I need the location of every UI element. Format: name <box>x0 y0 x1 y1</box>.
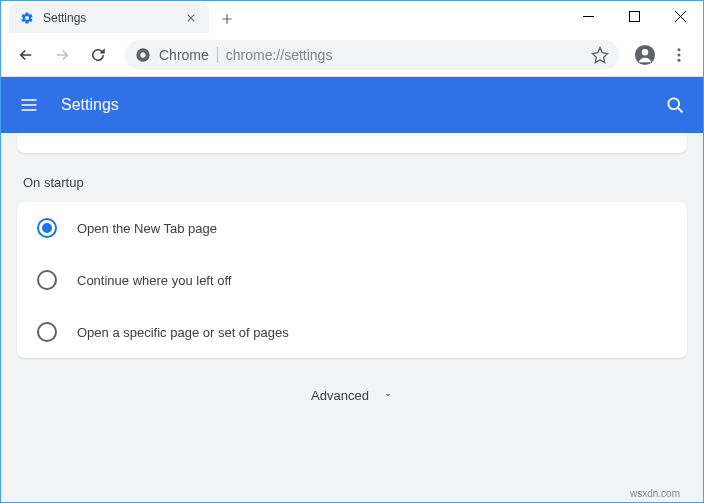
radio-label: Open the New Tab page <box>77 221 217 236</box>
section-heading: On startup <box>23 175 681 190</box>
advanced-toggle-button[interactable]: Advanced <box>1 388 703 403</box>
reload-button[interactable] <box>81 38 115 72</box>
settings-app-header: Settings <box>1 77 703 133</box>
omnibox-origin-label: Chrome <box>159 47 209 63</box>
gear-icon <box>19 10 35 26</box>
svg-point-2 <box>140 52 145 57</box>
radio-option-specific-pages[interactable]: Open a specific page or set of pages <box>17 306 687 358</box>
radio-label: Open a specific page or set of pages <box>77 325 289 340</box>
svg-point-6 <box>678 53 681 56</box>
address-bar[interactable]: Chrome chrome://settings <box>125 40 619 70</box>
minimize-button[interactable] <box>565 1 611 31</box>
hamburger-menu-icon[interactable] <box>17 93 41 117</box>
radio-button-icon <box>37 322 57 342</box>
forward-button[interactable] <box>45 38 79 72</box>
radio-button-icon <box>37 218 57 238</box>
previous-section-card <box>17 133 687 153</box>
chevron-down-icon <box>383 388 393 403</box>
close-tab-button[interactable] <box>183 10 199 26</box>
omnibox-url: chrome://settings <box>226 47 583 63</box>
new-tab-button[interactable] <box>213 5 241 33</box>
chrome-icon <box>135 47 151 63</box>
svg-point-8 <box>668 98 679 109</box>
close-window-button[interactable] <box>657 1 703 31</box>
browser-toolbar: Chrome chrome://settings <box>1 33 703 77</box>
bookmark-star-icon[interactable] <box>591 46 609 64</box>
watermark: wsxdn.com <box>630 488 680 499</box>
maximize-button[interactable] <box>611 1 657 31</box>
settings-content: On startup Open the New Tab page Continu… <box>1 133 703 502</box>
back-button[interactable] <box>9 38 43 72</box>
advanced-label: Advanced <box>311 388 369 403</box>
chrome-menu-button[interactable] <box>663 39 695 71</box>
svg-point-5 <box>678 48 681 51</box>
window-titlebar: Settings <box>1 1 703 33</box>
svg-point-4 <box>642 49 648 55</box>
radio-label: Continue where you left off <box>77 273 231 288</box>
browser-tab[interactable]: Settings <box>9 3 209 33</box>
startup-options-card: Open the New Tab page Continue where you… <box>17 202 687 358</box>
svg-point-7 <box>678 58 681 61</box>
radio-option-continue[interactable]: Continue where you left off <box>17 254 687 306</box>
window-controls <box>565 1 703 31</box>
search-icon[interactable] <box>663 93 687 117</box>
divider <box>217 47 218 63</box>
tab-title: Settings <box>43 11 175 25</box>
page-title: Settings <box>61 96 663 114</box>
radio-option-new-tab[interactable]: Open the New Tab page <box>17 202 687 254</box>
profile-avatar-button[interactable] <box>629 39 661 71</box>
radio-button-icon <box>37 270 57 290</box>
svg-rect-0 <box>629 11 639 21</box>
